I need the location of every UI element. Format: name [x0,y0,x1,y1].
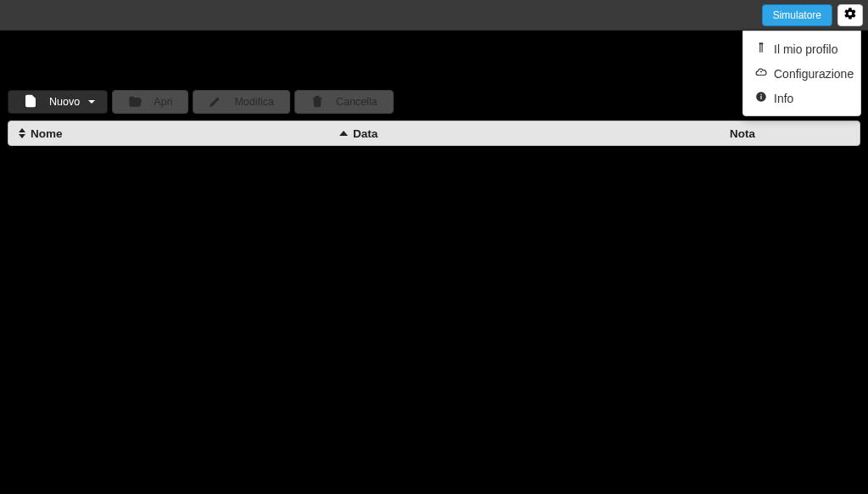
pencil-icon [209,94,222,110]
edit-button[interactable]: Modifica [193,90,290,114]
dropdown-item-label: Il mio profilo [774,42,837,56]
column-header-label: Nome [31,127,63,140]
svg-point-1 [761,42,763,44]
sort-both-icon [19,128,25,138]
dropdown-item-info[interactable]: Info [743,86,860,110]
gears-icon [843,7,857,23]
settings-menu-button[interactable] [837,4,863,26]
column-header-label: Data [353,127,378,140]
chevron-down-icon [88,100,95,104]
folder-open-icon [128,94,142,110]
new-file-icon [24,94,37,110]
edit-button-label: Modifica [234,96,274,108]
column-header-label: Nota [730,127,755,140]
dropdown-item-profile[interactable]: Il mio profilo [743,36,860,61]
dropdown-item-config[interactable]: Configurazione [743,61,860,86]
simulator-button[interactable]: Simulatore [762,4,832,26]
column-header-note[interactable]: Nota [730,127,860,140]
svg-rect-3 [760,96,761,99]
delete-button[interactable]: Cancella [294,90,394,114]
column-header-name[interactable]: Nome [8,127,339,140]
open-button-label: Apri [154,96,172,108]
table-header-row: Nome Data Nota [8,121,860,146]
settings-dropdown: Il mio profilo Configurazione Info [742,31,861,116]
sort-asc-icon [339,131,348,136]
open-button[interactable]: Apri [112,90,188,114]
profile-icon [755,42,767,56]
trash-icon [311,94,324,110]
delete-button-label: Cancella [336,96,378,108]
top-bar: Simulatore [0,0,868,31]
info-icon [755,91,767,105]
new-button[interactable]: Nuovo [8,90,108,114]
svg-point-0 [759,42,761,44]
column-header-date[interactable]: Data [339,127,730,140]
dropdown-item-label: Info [774,92,793,105]
svg-point-4 [760,94,761,95]
table-body-empty [8,146,860,486]
cloud-config-icon [755,66,767,81]
spacer [0,31,868,81]
action-toolbar: Nuovo Apri Modifica Cancella [0,81,868,121]
new-button-label: Nuovo [49,96,80,108]
dropdown-item-label: Configurazione [774,67,854,81]
